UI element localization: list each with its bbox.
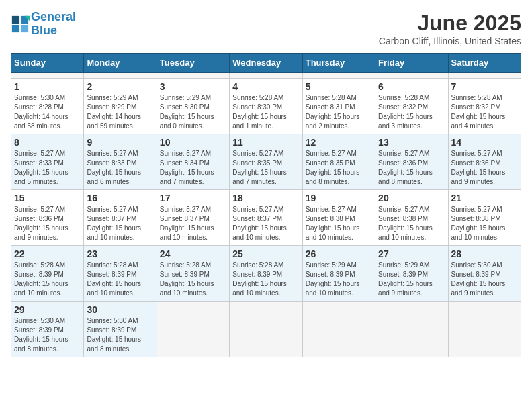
calendar-cell: 21Sunrise: 5:27 AM Sunset: 8:38 PM Dayli…: [448, 190, 521, 246]
day-number: 21: [451, 193, 518, 203]
weekday-header-friday: Friday: [375, 54, 448, 73]
calendar-header: SundayMondayTuesdayWednesdayThursdayFrid…: [11, 54, 521, 73]
day-info: Sunrise: 5:29 AM Sunset: 8:29 PM Dayligh…: [87, 93, 153, 131]
weekday-header-wednesday: Wednesday: [230, 54, 302, 73]
day-number: 17: [160, 193, 226, 203]
calendar-week-row: 15Sunrise: 5:27 AM Sunset: 8:36 PM Dayli…: [11, 190, 521, 246]
day-number: 22: [14, 248, 81, 259]
page-header: General Blue June 2025 Carbon Cliff, Ill…: [11, 11, 521, 46]
weekday-header-row: SundayMondayTuesdayWednesdayThursdayFrid…: [11, 54, 521, 73]
day-number: 14: [451, 137, 518, 148]
day-number: 9: [87, 137, 153, 148]
calendar-cell: [375, 73, 448, 79]
calendar-cell: 5Sunrise: 5:28 AM Sunset: 8:31 PM Daylig…: [302, 79, 375, 134]
day-number: 4: [232, 81, 299, 92]
day-number: 8: [14, 137, 81, 148]
day-number: 30: [87, 304, 153, 315]
calendar-week-row: [11, 73, 521, 79]
calendar-cell: 11Sunrise: 5:27 AM Sunset: 8:35 PM Dayli…: [230, 134, 302, 190]
calendar-cell: 8Sunrise: 5:27 AM Sunset: 8:33 PM Daylig…: [11, 134, 84, 190]
calendar-cell: 24Sunrise: 5:28 AM Sunset: 8:39 PM Dayli…: [157, 246, 229, 302]
day-number: 24: [160, 248, 226, 259]
calendar-cell: 12Sunrise: 5:27 AM Sunset: 8:35 PM Dayli…: [302, 134, 375, 190]
calendar-cell: 7Sunrise: 5:28 AM Sunset: 8:32 PM Daylig…: [448, 79, 521, 134]
logo-text: General Blue: [31, 11, 76, 38]
day-info: Sunrise: 5:28 AM Sunset: 8:32 PM Dayligh…: [378, 93, 445, 131]
day-info: Sunrise: 5:27 AM Sunset: 8:35 PM Dayligh…: [232, 149, 299, 187]
day-number: 10: [160, 137, 226, 148]
day-info: Sunrise: 5:27 AM Sunset: 8:33 PM Dayligh…: [14, 149, 81, 187]
day-info: Sunrise: 5:30 AM Sunset: 8:39 PM Dayligh…: [14, 316, 81, 354]
calendar-cell: [302, 73, 375, 79]
calendar-cell: 28Sunrise: 5:30 AM Sunset: 8:39 PM Dayli…: [448, 246, 521, 302]
svg-rect-3: [21, 25, 28, 32]
day-info: Sunrise: 5:28 AM Sunset: 8:39 PM Dayligh…: [14, 261, 81, 298]
day-info: Sunrise: 5:27 AM Sunset: 8:34 PM Dayligh…: [160, 149, 226, 187]
day-number: 5: [306, 81, 372, 92]
day-info: Sunrise: 5:28 AM Sunset: 8:31 PM Dayligh…: [306, 93, 372, 131]
calendar-cell: 26Sunrise: 5:29 AM Sunset: 8:39 PM Dayli…: [302, 246, 375, 302]
day-number: 2: [87, 81, 153, 92]
svg-rect-2: [12, 25, 19, 32]
calendar-week-row: 22Sunrise: 5:28 AM Sunset: 8:39 PM Dayli…: [11, 246, 521, 302]
month-title: June 2025: [379, 11, 521, 36]
calendar-cell: 23Sunrise: 5:28 AM Sunset: 8:39 PM Dayli…: [84, 246, 157, 302]
calendar-cell: [157, 302, 229, 357]
calendar-cell: 10Sunrise: 5:27 AM Sunset: 8:34 PM Dayli…: [157, 134, 229, 190]
day-info: Sunrise: 5:27 AM Sunset: 8:38 PM Dayligh…: [378, 205, 445, 242]
weekday-header-thursday: Thursday: [302, 54, 375, 73]
weekday-header-sunday: Sunday: [11, 54, 84, 73]
calendar-cell: [302, 302, 375, 357]
calendar-cell: 15Sunrise: 5:27 AM Sunset: 8:36 PM Dayli…: [11, 190, 84, 246]
calendar-cell: 19Sunrise: 5:27 AM Sunset: 8:38 PM Dayli…: [302, 190, 375, 246]
calendar-cell: 18Sunrise: 5:27 AM Sunset: 8:37 PM Dayli…: [230, 190, 302, 246]
calendar-table: SundayMondayTuesdayWednesdayThursdayFrid…: [11, 53, 521, 357]
day-info: Sunrise: 5:27 AM Sunset: 8:37 PM Dayligh…: [160, 205, 226, 242]
day-info: Sunrise: 5:27 AM Sunset: 8:38 PM Dayligh…: [306, 205, 372, 242]
calendar-week-row: 29Sunrise: 5:30 AM Sunset: 8:39 PM Dayli…: [11, 302, 521, 357]
day-info: Sunrise: 5:28 AM Sunset: 8:39 PM Dayligh…: [87, 261, 153, 298]
calendar-cell: 9Sunrise: 5:27 AM Sunset: 8:33 PM Daylig…: [84, 134, 157, 190]
day-info: Sunrise: 5:27 AM Sunset: 8:36 PM Dayligh…: [14, 205, 81, 242]
day-number: 6: [378, 81, 445, 92]
day-info: Sunrise: 5:27 AM Sunset: 8:37 PM Dayligh…: [232, 205, 299, 242]
logo: General Blue: [11, 11, 76, 38]
day-number: 29: [14, 304, 81, 315]
logo-icon: [11, 15, 30, 34]
day-number: 3: [160, 81, 226, 92]
day-info: Sunrise: 5:30 AM Sunset: 8:39 PM Dayligh…: [451, 261, 518, 298]
calendar-cell: 25Sunrise: 5:28 AM Sunset: 8:39 PM Dayli…: [230, 246, 302, 302]
day-info: Sunrise: 5:28 AM Sunset: 8:39 PM Dayligh…: [160, 261, 226, 298]
day-number: 26: [306, 248, 372, 259]
day-number: 12: [306, 137, 372, 148]
day-number: 15: [14, 193, 81, 203]
day-info: Sunrise: 5:28 AM Sunset: 8:32 PM Dayligh…: [451, 93, 518, 131]
calendar-cell: 6Sunrise: 5:28 AM Sunset: 8:32 PM Daylig…: [375, 79, 448, 134]
calendar-cell: 2Sunrise: 5:29 AM Sunset: 8:29 PM Daylig…: [84, 79, 157, 134]
calendar-cell: 4Sunrise: 5:28 AM Sunset: 8:30 PM Daylig…: [230, 79, 302, 134]
day-info: Sunrise: 5:28 AM Sunset: 8:39 PM Dayligh…: [232, 261, 299, 298]
day-number: 25: [232, 248, 299, 259]
day-info: Sunrise: 5:28 AM Sunset: 8:30 PM Dayligh…: [232, 93, 299, 131]
calendar-cell: 20Sunrise: 5:27 AM Sunset: 8:38 PM Dayli…: [375, 190, 448, 246]
calendar-cell: [11, 73, 84, 79]
day-number: 11: [232, 137, 299, 148]
day-number: 28: [451, 248, 518, 259]
svg-rect-0: [12, 16, 19, 24]
calendar-cell: [84, 73, 157, 79]
calendar-cell: 17Sunrise: 5:27 AM Sunset: 8:37 PM Dayli…: [157, 190, 229, 246]
day-number: 19: [306, 193, 372, 203]
calendar-cell: 27Sunrise: 5:29 AM Sunset: 8:39 PM Dayli…: [375, 246, 448, 302]
calendar-body: 1Sunrise: 5:30 AM Sunset: 8:28 PM Daylig…: [11, 73, 521, 357]
calendar-cell: 13Sunrise: 5:27 AM Sunset: 8:36 PM Dayli…: [375, 134, 448, 190]
weekday-header-saturday: Saturday: [448, 54, 521, 73]
day-number: 13: [378, 137, 445, 148]
day-info: Sunrise: 5:27 AM Sunset: 8:38 PM Dayligh…: [451, 205, 518, 242]
calendar-cell: 3Sunrise: 5:29 AM Sunset: 8:30 PM Daylig…: [157, 79, 229, 134]
day-number: 23: [87, 248, 153, 259]
calendar-week-row: 1Sunrise: 5:30 AM Sunset: 8:28 PM Daylig…: [11, 79, 521, 134]
calendar-week-row: 8Sunrise: 5:27 AM Sunset: 8:33 PM Daylig…: [11, 134, 521, 190]
calendar-cell: [230, 73, 302, 79]
day-info: Sunrise: 5:29 AM Sunset: 8:39 PM Dayligh…: [306, 261, 372, 298]
calendar-cell: 29Sunrise: 5:30 AM Sunset: 8:39 PM Dayli…: [11, 302, 84, 357]
